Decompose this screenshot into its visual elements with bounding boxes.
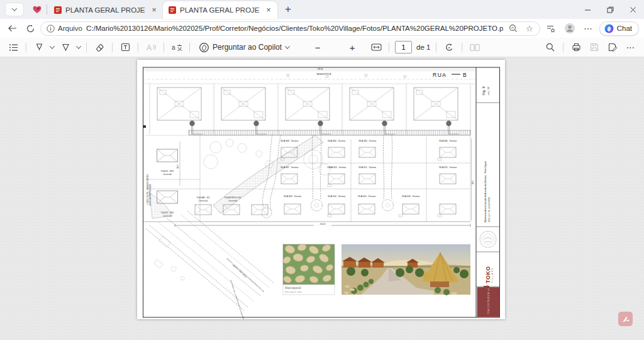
tab-strip: PLANTA GERAL PROJETO.pdf × PLANTA GERAL …	[0, 0, 644, 19]
zoom-out-button[interactable]: −	[311, 42, 324, 53]
heart-icon	[33, 6, 42, 14]
draw-pen-button[interactable]	[32, 40, 46, 54]
lot-label: VILA 312 - Terreno	[439, 166, 457, 169]
browser-window: PLANTA GERAL PROJETO.pdf × PLANTA GERAL …	[0, 0, 644, 340]
close-button[interactable]	[621, 0, 644, 19]
tab-1[interactable]: PLANTA GERAL PROJETO.pdf ×	[48, 1, 163, 19]
lot-label: Construída	[163, 173, 172, 176]
lot-label: VILA 304 - Terreno	[328, 140, 345, 142]
ask-copilot-button[interactable]: Perguntar ao Copilot	[196, 42, 293, 54]
caption-subtitle: Pietra Kpur S. Tomé	[285, 291, 302, 293]
avatar-icon	[564, 23, 575, 34]
save-button-disabled[interactable]	[587, 40, 601, 54]
back-arrow-icon	[8, 25, 17, 32]
tab-close-icon[interactable]: ×	[149, 5, 159, 15]
pdf-file-icon	[54, 6, 62, 14]
toolbar-divider	[563, 43, 564, 52]
tab-close-icon[interactable]: ×	[264, 5, 274, 15]
highlight-button[interactable]	[58, 40, 72, 54]
svg-text:a: a	[172, 44, 175, 51]
lot-label: VILA 6M MSV & 303	[225, 196, 242, 199]
open-in-acrobat-button[interactable]	[618, 312, 633, 326]
chat-label: Chat	[617, 25, 632, 32]
lot-label: VILA 316 - Terreno	[402, 195, 419, 198]
tab-2-active[interactable]: PLANTA GERAL PROJETO.pdf ×	[163, 1, 277, 19]
print-icon	[572, 43, 581, 52]
tab-divider	[47, 4, 47, 14]
save-as-icon	[608, 43, 618, 52]
pdf-viewer[interactable]: RUA B 239.35 FAIXA ELÉTRICA	[0, 57, 644, 340]
zoom-indicator-button[interactable]	[507, 24, 519, 33]
chevron-down-icon	[12, 6, 17, 11]
favorite-star-button[interactable]: ☆	[523, 24, 536, 33]
project-subtitle: SEDc Lot nº 29 - del 15/12/2010	[488, 197, 491, 222]
new-tab-button[interactable]: +	[280, 1, 296, 18]
copilot-logo-icon	[604, 24, 614, 33]
street-suffix: B	[463, 72, 467, 78]
toolbar-divider	[86, 43, 87, 52]
chevron-down-icon[interactable]	[76, 43, 81, 48]
lot-label: CASA 310 - Terreno	[327, 166, 346, 169]
text-box-icon	[121, 43, 130, 52]
search-document-button[interactable]	[543, 40, 557, 54]
page-view-button-disabled[interactable]	[468, 40, 482, 54]
page-count-label: de 1	[416, 43, 430, 51]
title-block: Fig. 9 scala 1:500 Masterplan Area Exten…	[477, 86, 500, 317]
add-text-button[interactable]	[118, 40, 132, 54]
left-dimension: 90.6	[177, 165, 179, 169]
page-number-input[interactable]	[395, 41, 412, 54]
lot-label: Construção	[199, 200, 208, 202]
search-icon	[546, 43, 555, 52]
table-of-contents-button[interactable]	[6, 40, 20, 54]
bottom-dimension: 200.00	[320, 223, 326, 225]
street-rua-b: RUA B 239.35 FAIXA ELÉTRICA	[143, 68, 477, 79]
middle-lot-grid: VILA 303 - Terreno VILA 304 - Terreno VI…	[143, 134, 471, 222]
pinned-tab-heart-favicon[interactable]	[29, 6, 45, 14]
toolbar-right-cluster: ⋯	[543, 40, 638, 54]
url-bar[interactable]: Arquivo C:/Mario%20130126/Mario%202025/P…	[40, 21, 540, 36]
tab-title: PLANTA GERAL PROJETO.pdf	[180, 6, 260, 14]
lot-label: Construída	[228, 200, 238, 202]
copilot-logo-icon	[199, 43, 209, 52]
settings-menu-button[interactable]: ⋯	[580, 21, 597, 36]
erase-button[interactable]	[92, 40, 106, 54]
translate-button[interactable]: a	[170, 40, 184, 54]
rotate-button[interactable]	[442, 40, 456, 54]
zoom-in-button[interactable]: +	[346, 42, 358, 53]
favorites-hub-button[interactable]	[543, 21, 559, 36]
refresh-button[interactable]	[23, 21, 38, 36]
tab-search-button[interactable]	[5, 3, 24, 16]
info-icon	[47, 25, 55, 33]
copilot-chat-button[interactable]: Chat	[599, 21, 639, 36]
save-as-button[interactable]	[606, 40, 619, 54]
back-button[interactable]	[5, 21, 20, 36]
favorites-list-icon	[546, 24, 555, 33]
pdf-page: RUA B 239.35 FAIXA ELÉTRICA	[137, 60, 505, 319]
architect-stamp	[480, 231, 496, 247]
right-dimension: 98.4	[472, 181, 474, 184]
park-area	[204, 135, 330, 213]
fit-to-width-button[interactable]	[369, 40, 383, 54]
print-button[interactable]	[569, 40, 583, 54]
read-aloud-button-disabled[interactable]: A	[144, 40, 158, 54]
toolbar-divider	[436, 43, 436, 52]
svg-text:A: A	[147, 43, 152, 52]
lot-label: VILA 307 - Terreno	[280, 166, 298, 169]
lot-label: VILA 315 - Terreno	[358, 195, 375, 198]
chevron-down-icon	[285, 43, 290, 48]
pdf-file-icon	[169, 6, 176, 14]
figure-label: Fig. 9	[482, 86, 486, 95]
minimize-button[interactable]	[576, 0, 599, 19]
toolbar-divider	[26, 43, 26, 52]
boundary-text: V. ATEU FELIPE - GRANDES HOTÉIS	[146, 174, 149, 205]
brand-name: TOKO	[485, 266, 491, 283]
restore-button[interactable]	[599, 0, 621, 19]
profile-button[interactable]	[562, 21, 578, 36]
village-render-image	[341, 244, 470, 295]
tab-title: PLANTA GERAL PROJETO.pdf	[65, 6, 145, 14]
toolbar-divider	[112, 43, 113, 52]
more-options-button[interactable]: ⋯	[624, 40, 638, 54]
chevron-down-icon[interactable]	[50, 43, 55, 48]
address-bar: Arquivo C:/Mario%20130126/Mario%202025/P…	[0, 19, 644, 38]
lot-label: VILA 301 - MSV	[161, 170, 174, 173]
